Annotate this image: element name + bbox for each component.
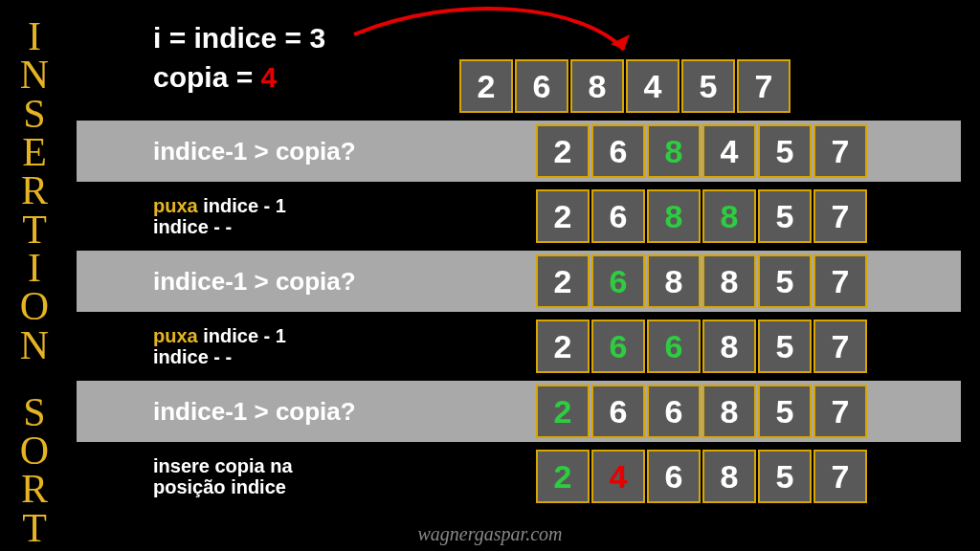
- cell: 5: [758, 124, 812, 178]
- top-state: i = indice = 3 copia = 4: [153, 19, 325, 97]
- step-desc: indice-1 > copia?: [77, 138, 526, 165]
- step-row-2: puxa indice - 1 indice - - 2 6 8 8 5 7: [77, 186, 961, 247]
- step-desc: indice-1 > copia?: [77, 398, 526, 426]
- array-row-4: 2 6 6 8 5 7: [536, 320, 869, 373]
- cell: 7: [813, 189, 867, 243]
- indice-dec: indice - -: [153, 346, 232, 367]
- copia-value: 4: [261, 61, 278, 93]
- cell: 8: [647, 189, 701, 243]
- cell: 4: [626, 59, 679, 113]
- array-row-1: 2 6 8 4 5 7: [536, 124, 869, 178]
- array-row-6: 2 4 6 8 5 7: [536, 450, 869, 503]
- array-row-0: 2 6 8 4 5 7: [459, 59, 792, 113]
- cell: 8: [702, 385, 756, 438]
- svg-marker-0: [611, 34, 630, 50]
- i-indice-line: i = indice = 3: [153, 19, 325, 58]
- cell: 6: [591, 124, 645, 178]
- cell: 7: [813, 124, 867, 178]
- puxa-word: puxa: [153, 325, 198, 346]
- cell: 2: [536, 254, 590, 308]
- cell: 6: [647, 385, 701, 438]
- cell: 5: [758, 450, 812, 503]
- step-row-6: insere copia na posição indice 2 4 6 8 5…: [77, 446, 961, 507]
- step-row-5: indice-1 > copia? 2 6 6 8 5 7: [77, 381, 961, 442]
- cell: 7: [813, 254, 867, 308]
- step-desc: indice-1 > copia?: [77, 268, 526, 296]
- cell: 6: [591, 385, 645, 438]
- cell: 7: [813, 320, 867, 373]
- cell: 8: [702, 320, 756, 373]
- cell: 2: [536, 450, 590, 503]
- indice-dec: indice - -: [153, 216, 232, 237]
- cell: 8: [702, 450, 756, 503]
- cell: 2: [536, 320, 590, 373]
- cell: 6: [591, 189, 645, 243]
- cell: 8: [570, 59, 624, 113]
- puxa-word: puxa: [153, 195, 198, 216]
- vertical-title: INSERTION SORT: [17, 17, 52, 547]
- cell: 2: [459, 59, 513, 113]
- step-desc: insere copia na posição indice: [77, 455, 526, 497]
- array-row-5: 2 6 6 8 5 7: [536, 385, 869, 438]
- step-row-4: puxa indice - 1 indice - - 2 6 6 8 5 7: [77, 316, 961, 377]
- cell: 5: [681, 59, 735, 113]
- puxa-rest: indice - 1: [198, 195, 286, 216]
- cell: 6: [591, 254, 645, 308]
- cell: 6: [515, 59, 568, 113]
- insere-l2: posição indice: [153, 476, 286, 497]
- cell: 8: [702, 189, 756, 243]
- cell: 2: [536, 189, 590, 243]
- cell: 4: [591, 450, 645, 503]
- puxa-rest: indice - 1: [198, 325, 286, 346]
- cell: 6: [591, 320, 645, 373]
- cell: 6: [647, 320, 701, 373]
- cell: 6: [647, 450, 701, 503]
- cell: 5: [758, 320, 812, 373]
- cell: 5: [758, 189, 812, 243]
- cell: 5: [758, 254, 812, 308]
- step-row-1: indice-1 > copia? 2 6 8 4 5 7: [77, 121, 961, 182]
- cell: 7: [737, 59, 791, 113]
- copia-label: copia =: [153, 61, 261, 93]
- footer-credit: wagnergaspar.com: [0, 523, 980, 545]
- cell: 7: [813, 385, 867, 438]
- copia-line: copia = 4: [153, 58, 325, 98]
- cell: 8: [647, 124, 701, 178]
- array-row-2: 2 6 8 8 5 7: [536, 189, 869, 243]
- cell: 4: [702, 124, 756, 178]
- cell: 8: [647, 254, 701, 308]
- cell: 2: [536, 385, 590, 438]
- cell: 2: [536, 124, 590, 178]
- insere-l1: insere copia na: [153, 455, 293, 476]
- step-row-3: indice-1 > copia? 2 6 8 8 5 7: [77, 251, 961, 312]
- step-desc: puxa indice - 1 indice - -: [77, 195, 526, 237]
- array-row-3: 2 6 8 8 5 7: [536, 254, 869, 308]
- cell: 7: [813, 450, 867, 503]
- cell: 8: [702, 254, 756, 308]
- cell: 5: [758, 385, 812, 438]
- step-desc: puxa indice - 1 indice - -: [77, 325, 526, 367]
